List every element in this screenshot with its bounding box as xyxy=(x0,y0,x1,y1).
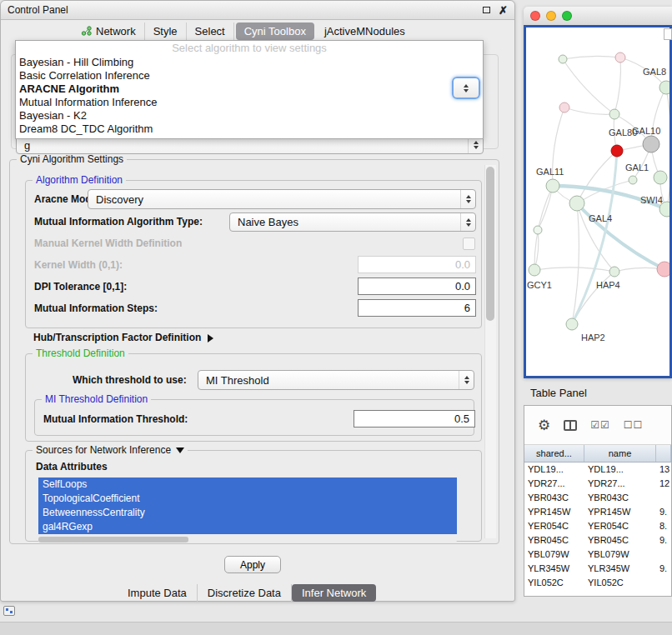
table-row[interactable]: YIL052CYIL052C xyxy=(524,576,671,590)
table-row[interactable]: YBR045CYBR045C9. xyxy=(524,533,671,548)
table-row[interactable]: YDR27...YDR27...12 xyxy=(524,477,671,491)
network-edge[interactable] xyxy=(614,58,621,114)
table-cell[interactable]: YBR045C xyxy=(524,533,584,548)
dpi-tolerance-field[interactable]: 0.0 xyxy=(358,278,476,295)
network-node[interactable] xyxy=(643,136,659,152)
close-button[interactable]: ✗ xyxy=(499,4,508,17)
data-attribute-item[interactable]: SelfLoops xyxy=(38,478,457,492)
network-node[interactable] xyxy=(559,55,567,63)
table-cell[interactable]: YER054C xyxy=(584,519,656,533)
mi-threshold-field[interactable]: 0.5 xyxy=(354,410,475,428)
table-cell[interactable]: YDL19... xyxy=(524,462,584,477)
columns-icon[interactable] xyxy=(564,420,577,431)
close-traffic-light[interactable] xyxy=(530,11,540,21)
network-edge[interactable] xyxy=(534,268,614,272)
network-node[interactable] xyxy=(529,264,540,276)
table-cell[interactable]: YLR345W xyxy=(584,562,656,576)
table-row[interactable]: YPR145WYPR145W9. xyxy=(524,505,671,519)
table-row[interactable]: YBL079WYBL079W xyxy=(524,548,671,562)
column-header-extra[interactable] xyxy=(656,445,671,462)
network-node[interactable] xyxy=(654,171,667,184)
network-node[interactable] xyxy=(609,109,619,119)
network-edge[interactable] xyxy=(572,203,579,324)
table-cell[interactable]: YBL079W xyxy=(584,548,656,562)
network-edge[interactable] xyxy=(666,88,669,209)
algorithm-option[interactable]: Basic Correlation Inference xyxy=(16,69,483,82)
vscrollbar-thumb[interactable] xyxy=(486,167,494,321)
column-header-shared[interactable]: shared... xyxy=(524,445,584,462)
tab-discretize-data[interactable]: Discretize Data xyxy=(198,584,292,602)
which-threshold-combo[interactable]: MI Threshold xyxy=(198,370,474,390)
network-node[interactable] xyxy=(657,262,669,277)
network-node[interactable] xyxy=(609,267,619,277)
network-edge[interactable] xyxy=(563,59,614,114)
hscrollbar-thumb[interactable] xyxy=(38,537,188,542)
data-attribute-item[interactable]: TopologicalCoefficient xyxy=(38,492,457,506)
table-cell[interactable]: 9. xyxy=(656,505,671,519)
network-node[interactable] xyxy=(615,52,625,62)
float-button[interactable] xyxy=(483,4,490,16)
sources-group-title-wrap[interactable]: Sources for Network Inference xyxy=(33,444,188,456)
table-cell[interactable]: YER054C xyxy=(524,519,584,533)
table-cell[interactable] xyxy=(656,491,671,505)
table-cell[interactable]: YIL052C xyxy=(584,576,656,590)
network-edge[interactable] xyxy=(577,151,617,203)
table-cell[interactable]: 8. xyxy=(656,519,671,533)
tab-network[interactable]: Network xyxy=(73,22,145,40)
network-node[interactable] xyxy=(611,145,623,157)
table-row[interactable]: YDL19...YDL19...13 xyxy=(524,462,671,477)
data-attribute-item[interactable]: BetweennessCentrality xyxy=(38,506,457,520)
table-cell[interactable]: YPR145W xyxy=(584,505,656,519)
table-cell[interactable]: 12 xyxy=(656,477,671,491)
zoom-traffic-light[interactable] xyxy=(562,11,572,21)
mi-type-combo[interactable]: Naive Bayes xyxy=(229,212,476,232)
tab-infer-network[interactable]: Infer Network xyxy=(292,584,376,602)
kernel-width-field[interactable]: 0.0 xyxy=(358,256,476,273)
tab-impute-data[interactable]: Impute Data xyxy=(118,584,198,602)
network-canvas[interactable]: GAL8GAL80GAL10GAL11GAL1SWI4GAL4GCY1HAP4H… xyxy=(524,25,672,378)
table-cell[interactable]: YIL052C xyxy=(524,576,584,590)
network-scrollbar-button[interactable] xyxy=(664,28,672,40)
network-node[interactable] xyxy=(566,318,578,330)
network-node[interactable] xyxy=(534,226,542,234)
tab-jactivemodules[interactable]: jActiveMNodules xyxy=(316,22,414,40)
table-cell[interactable] xyxy=(656,548,671,562)
algorithm-option[interactable]: ARACNE Algorithm xyxy=(16,82,483,96)
network-node[interactable] xyxy=(546,179,559,192)
network-edge[interactable] xyxy=(563,56,620,59)
network-node[interactable] xyxy=(569,196,584,211)
table-cell[interactable]: YBL079W xyxy=(524,548,584,562)
mi-steps-field[interactable]: 6 xyxy=(358,299,476,317)
network-node[interactable] xyxy=(629,176,637,184)
minimize-traffic-light[interactable] xyxy=(546,11,556,21)
data-attribute-item[interactable]: gal4RGexp xyxy=(38,520,457,534)
table-cell[interactable]: YLR345W xyxy=(524,562,584,576)
tab-select[interactable]: Select xyxy=(187,22,234,40)
tab-style[interactable]: Style xyxy=(145,22,187,40)
table-cell[interactable]: YBR045C xyxy=(584,533,656,548)
table-row[interactable]: YBR043CYBR043C xyxy=(524,491,671,505)
aracne-mode-combo[interactable]: Discovery xyxy=(88,189,476,209)
table-cell[interactable]: YPR145W xyxy=(524,505,584,519)
hub-definition-toggle[interactable]: Hub/Transcription Factor Definition xyxy=(33,332,213,343)
settings-vscrollbar[interactable] xyxy=(484,165,496,538)
algorithm-option[interactable]: Dream8 DC_TDC Algorithm xyxy=(16,122,483,136)
algorithm-combo-stepper[interactable] xyxy=(452,77,480,99)
table-cell[interactable]: 13 xyxy=(656,462,671,477)
restore-panel-icon[interactable] xyxy=(3,606,15,616)
unchecked-pair-icon[interactable]: ☐☐ xyxy=(624,419,644,431)
gear-icon[interactable]: ⚙ xyxy=(538,417,550,434)
apply-button[interactable]: Apply xyxy=(224,556,281,573)
table-row[interactable]: YLR345WYLR345W9. xyxy=(524,562,671,576)
table-cell[interactable] xyxy=(656,576,671,590)
table-cell[interactable]: YDR27... xyxy=(584,477,656,491)
algorithm-option[interactable]: Mutual Information Inference xyxy=(16,96,483,109)
attributes-hscrollbar[interactable] xyxy=(38,537,457,542)
checked-pair-icon[interactable]: ☑☑ xyxy=(590,419,610,431)
network-node[interactable] xyxy=(659,81,669,94)
network-node[interactable] xyxy=(559,102,569,112)
tab-cyni-toolbox[interactable]: Cyni Toolbox xyxy=(236,22,314,40)
table-cell[interactable]: 9. xyxy=(656,533,671,548)
manual-kernel-checkbox[interactable] xyxy=(463,238,475,250)
table-cell[interactable]: YBR043C xyxy=(524,491,584,505)
